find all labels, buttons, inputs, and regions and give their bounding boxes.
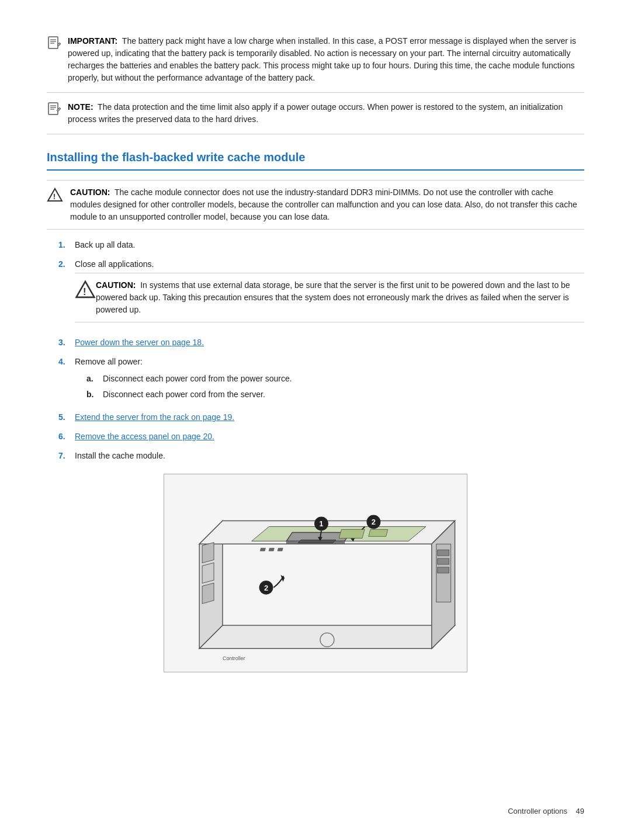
step-3-link[interactable]: Power down the server on page 18. bbox=[75, 338, 204, 347]
step-4: 4. Remove all power: a. Disconnect each … bbox=[47, 356, 584, 404]
step-5-num: 5. bbox=[58, 411, 75, 424]
svg-rect-0 bbox=[48, 37, 58, 48]
inline-caution-label: CAUTION: bbox=[96, 280, 136, 290]
caution-triangle-icon: ! bbox=[47, 187, 70, 207]
main-caution-text: CAUTION: The cache module connector does… bbox=[70, 186, 584, 223]
step-4b-label: b. bbox=[86, 388, 103, 401]
inline-caution-body: In systems that use external data storag… bbox=[96, 280, 570, 314]
cache-module-diagram: 1 2 2 bbox=[164, 474, 467, 672]
step-5: 5. Extend the server from the rack on pa… bbox=[47, 411, 584, 424]
note-block: NOTE: The data protection and the time l… bbox=[47, 101, 584, 134]
step-1-content: Back up all data. bbox=[75, 239, 584, 251]
step-4b: b. Disconnect each power cord from the s… bbox=[75, 388, 584, 401]
step-6-num: 6. bbox=[58, 431, 75, 443]
step-6: 6. Remove the access panel on page 20. bbox=[47, 431, 584, 443]
step-4a: a. Disconnect each power cord from the p… bbox=[75, 373, 584, 385]
step-1: 1. Back up all data. bbox=[47, 239, 584, 251]
diagram-svg: 1 2 2 bbox=[164, 474, 467, 672]
note-label: NOTE: bbox=[68, 102, 93, 112]
step-1-num: 1. bbox=[58, 239, 75, 251]
svg-text:!: ! bbox=[53, 192, 56, 201]
section-heading: Installing the flash-backed write cache … bbox=[47, 148, 584, 171]
svg-rect-32 bbox=[269, 548, 274, 551]
steps-list: 1. Back up all data. 2. Close all applic… bbox=[47, 239, 584, 462]
page-content: IMPORTANT: The battery pack might have a… bbox=[0, 0, 631, 840]
inline-caution-icon: ! bbox=[75, 279, 96, 304]
svg-text:2: 2 bbox=[264, 584, 268, 592]
step-4-content: Remove all power: a. Disconnect each pow… bbox=[75, 356, 584, 404]
step-4-num: 4. bbox=[58, 356, 75, 368]
main-caution-label: CAUTION: bbox=[70, 188, 110, 197]
step-6-link[interactable]: Remove the access panel on page 20. bbox=[75, 432, 214, 441]
step-2: 2. Close all applications. ! CAUTION: In… bbox=[47, 258, 584, 329]
svg-rect-39 bbox=[438, 558, 449, 564]
step-4a-label: a. bbox=[86, 373, 103, 385]
svg-rect-36 bbox=[202, 583, 214, 603]
svg-rect-31 bbox=[260, 548, 265, 551]
step-4-sub-list: a. Disconnect each power cord from the p… bbox=[75, 373, 584, 401]
step-1-text: Back up all data. bbox=[75, 240, 136, 249]
important-icon bbox=[47, 36, 68, 54]
main-caution-body: The cache module connector does not use … bbox=[70, 188, 577, 221]
note-body: The data protection and the time limit a… bbox=[68, 102, 563, 124]
svg-text:!: ! bbox=[83, 286, 86, 297]
step-5-content: Extend the server from the rack on page … bbox=[75, 411, 584, 424]
important-text: IMPORTANT: The battery pack might have a… bbox=[68, 35, 584, 84]
svg-marker-11 bbox=[199, 625, 455, 648]
svg-rect-38 bbox=[438, 550, 449, 556]
note-text: NOTE: The data protection and the time l… bbox=[68, 101, 584, 126]
step-7-text: Install the cache module. bbox=[75, 451, 165, 460]
step-5-link[interactable]: Extend the server from the rack on page … bbox=[75, 412, 234, 422]
svg-rect-40 bbox=[438, 567, 449, 573]
step-4-text: Remove all power: bbox=[75, 357, 143, 366]
inline-caution-block: ! CAUTION: In systems that use external … bbox=[75, 273, 584, 322]
step-4a-text: Disconnect each power cord from the powe… bbox=[103, 373, 292, 385]
svg-rect-4 bbox=[48, 103, 58, 114]
step-3-content: Power down the server on page 18. bbox=[75, 336, 584, 349]
step-2-text: Close all applications. bbox=[75, 259, 154, 269]
step-7-content: Install the cache module. bbox=[75, 450, 584, 462]
svg-text:1: 1 bbox=[319, 519, 323, 528]
step-3: 3. Power down the server on page 18. bbox=[47, 336, 584, 349]
svg-text:Controller: Controller bbox=[223, 655, 245, 661]
main-caution-block: ! CAUTION: The cache module connector do… bbox=[47, 180, 584, 230]
svg-rect-35 bbox=[202, 563, 214, 583]
footer-text: Controller options bbox=[508, 807, 567, 815]
note-icon bbox=[47, 102, 68, 120]
footer-page: 49 bbox=[576, 807, 584, 815]
svg-rect-29 bbox=[339, 529, 365, 538]
page-footer: Controller options 49 bbox=[508, 806, 584, 817]
important-block: IMPORTANT: The battery pack might have a… bbox=[47, 35, 584, 93]
step-4b-text: Disconnect each power cord from the serv… bbox=[103, 388, 265, 401]
svg-rect-33 bbox=[278, 548, 283, 551]
svg-marker-18 bbox=[298, 540, 336, 543]
inline-caution-text: CAUTION: In systems that use external da… bbox=[96, 279, 584, 316]
svg-rect-34 bbox=[202, 543, 214, 563]
svg-text:2: 2 bbox=[372, 518, 376, 526]
step-6-content: Remove the access panel on page 20. bbox=[75, 431, 584, 443]
svg-rect-30 bbox=[369, 529, 388, 536]
step-2-content: Close all applications. ! CAUTION: In sy… bbox=[75, 258, 584, 329]
step-7-num: 7. bbox=[58, 450, 75, 462]
step-3-num: 3. bbox=[58, 336, 75, 349]
step-7: 7. Install the cache module. bbox=[47, 450, 584, 462]
important-body: The battery pack might have a low charge… bbox=[68, 36, 576, 82]
step-2-num: 2. bbox=[58, 258, 75, 270]
important-label: IMPORTANT: bbox=[68, 36, 117, 46]
